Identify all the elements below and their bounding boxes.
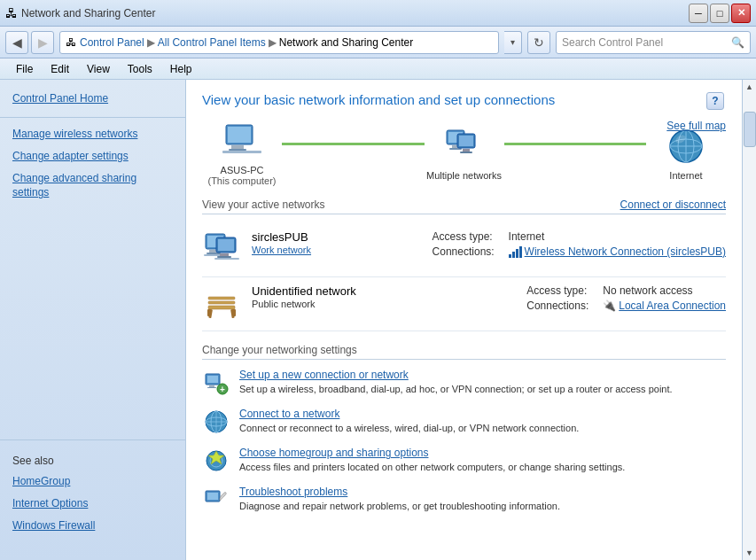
- net-node-internet: Internet: [646, 125, 726, 181]
- troubleshoot-icon: [202, 486, 230, 514]
- unidentified-access-row: Access type: No network access: [526, 284, 726, 297]
- net-line-1: [282, 143, 425, 145]
- network-card-unidentified: Unidentified network Public network Acce…: [202, 277, 726, 331]
- svg-rect-25: [218, 239, 234, 251]
- sep2: ▶: [269, 36, 277, 49]
- svg-rect-11: [463, 149, 470, 152]
- breadcrumb-bar[interactable]: 🖧 Control Panel ▶ All Control Panel Item…: [59, 31, 499, 54]
- scrollbar[interactable]: ▲ ▼: [742, 80, 756, 560]
- menu-view[interactable]: View: [80, 61, 117, 77]
- svg-rect-26: [220, 253, 229, 256]
- unidentified-conn-label: Connections:: [526, 299, 597, 312]
- sirclespub-type[interactable]: Work network: [252, 245, 311, 255]
- computer-icon: [221, 120, 263, 162]
- menu-help[interactable]: Help: [163, 61, 199, 77]
- active-networks-label: View your active networks: [202, 198, 325, 211]
- connect-disconnect-link[interactable]: Connect or disconnect: [620, 198, 726, 211]
- svg-rect-29: [208, 306, 235, 309]
- sirclespub-details: Access type: Internet Connections: Wirel…: [433, 230, 726, 261]
- unidentified-access-value: No network access: [603, 284, 692, 297]
- title-bar: 🖧 Network and Sharing Center ─ □ ✕: [0, 0, 756, 27]
- connect-network-link[interactable]: Connect to a network: [239, 408, 726, 420]
- breadcrumb-dropdown[interactable]: ▾: [504, 31, 522, 54]
- maximize-button[interactable]: □: [710, 4, 729, 23]
- search-box[interactable]: Search Control Panel 🔍: [556, 31, 751, 54]
- net-node-multiple: Multiple networks: [425, 125, 504, 181]
- menu-file[interactable]: File: [9, 61, 40, 77]
- svg-rect-39: [207, 387, 216, 388]
- new-connection-link[interactable]: Set up a new connection or network: [239, 369, 726, 381]
- sirclespub-access-row: Access type: Internet: [433, 230, 726, 243]
- sidebar-link-advanced-sharing[interactable]: Change advanced sharing settings: [0, 167, 185, 205]
- unidentified-conn-link[interactable]: Local Area Connection: [619, 299, 726, 312]
- minimize-button[interactable]: ─: [689, 4, 708, 23]
- change-settings-title: Change your networking settings: [202, 344, 726, 360]
- scroll-down-button[interactable]: ▼: [744, 546, 756, 560]
- network-diagram: ASUS-PC (This computer): [202, 120, 726, 186]
- sirclespub-conn-link[interactable]: Wireless Network Connection (sirclesPUB): [525, 245, 726, 258]
- net-line-2: [504, 143, 647, 145]
- page-title: View your basic network information and …: [202, 92, 726, 107]
- menu-bar: File Edit View Tools Help: [0, 58, 756, 80]
- scrollbar-thumb[interactable]: [744, 112, 756, 147]
- net-node-computer: ASUS-PC (This computer): [202, 120, 282, 186]
- settings-item-homegroup: Choose homegroup and sharing options Acc…: [202, 447, 726, 475]
- title-bar-buttons: ─ □ ✕: [689, 4, 751, 23]
- sirclespub-access-value: Internet: [509, 230, 545, 243]
- sep1: ▶: [147, 36, 155, 49]
- multiple-networks-label: Multiple networks: [426, 170, 502, 181]
- help-button[interactable]: ?: [706, 92, 724, 110]
- svg-rect-4: [222, 151, 261, 153]
- svg-rect-2: [231, 145, 244, 149]
- nav-buttons: ◀ ▶: [5, 31, 54, 54]
- homegroup-sharing-desc: Access files and printers located on oth…: [239, 461, 726, 474]
- menu-edit[interactable]: Edit: [43, 61, 76, 77]
- new-connection-icon: +: [202, 369, 230, 397]
- connect-network-desc: Connect or reconnect to a wireless, wire…: [239, 422, 726, 435]
- sidebar-link-windows-firewall[interactable]: Windows Firewall: [0, 515, 185, 537]
- svg-rect-30: [208, 301, 235, 304]
- breadcrumb-part1[interactable]: Control Panel: [80, 36, 144, 49]
- unidentified-access-label: Access type:: [526, 284, 597, 297]
- close-button[interactable]: ✕: [731, 4, 751, 23]
- lan-icon: 🔌: [603, 299, 616, 312]
- search-icon[interactable]: 🔍: [731, 36, 744, 49]
- unidentified-icon: [202, 284, 241, 323]
- sidebar-link-manage-wireless[interactable]: Manage wireless networks: [0, 123, 185, 145]
- svg-rect-34: [232, 309, 236, 316]
- sidebar-link-internet-options[interactable]: Internet Options: [0, 493, 185, 515]
- sidebar-link-adapter-settings[interactable]: Change adapter settings: [0, 145, 185, 167]
- new-connection-desc: Set up a wireless, broadband, dial-up, a…: [239, 383, 726, 396]
- forward-button[interactable]: ▶: [31, 31, 54, 54]
- homegroup-icon: [202, 447, 230, 475]
- sidebar-home[interactable]: Control Panel Home: [0, 89, 185, 112]
- active-networks-header: View your active networks Connect or dis…: [202, 198, 726, 214]
- sidebar-see-also-divider: [0, 439, 185, 440]
- breadcrumb-part2[interactable]: All Control Panel Items: [158, 36, 266, 49]
- svg-rect-12: [460, 152, 472, 153]
- title-bar-text: Network and Sharing Center: [21, 7, 155, 19]
- scroll-up-button[interactable]: ▲: [744, 80, 756, 94]
- svg-rect-38: [209, 385, 214, 387]
- content-area: ? View your basic network information an…: [186, 80, 742, 560]
- menu-tools[interactable]: Tools: [121, 61, 160, 77]
- svg-rect-50: [207, 493, 218, 500]
- settings-item-new-connection-text: Set up a new connection or network Set u…: [239, 369, 726, 396]
- search-placeholder: Search Control Panel: [562, 36, 663, 49]
- svg-rect-28: [214, 258, 239, 260]
- see-full-map-link[interactable]: See full map: [666, 120, 726, 132]
- troubleshoot-link[interactable]: Troubleshoot problems: [239, 486, 726, 498]
- sidebar-link-homegroup[interactable]: HomeGroup: [0, 471, 185, 493]
- homegroup-sharing-link[interactable]: Choose homegroup and sharing options: [239, 447, 726, 459]
- breadcrumb-part3: Network and Sharing Center: [279, 36, 413, 49]
- svg-rect-1: [228, 127, 251, 143]
- back-button[interactable]: ◀: [5, 31, 28, 54]
- sirclespub-icon: [202, 230, 241, 269]
- computer-label: ASUS-PC (This computer): [207, 165, 276, 186]
- settings-item-homegroup-text: Choose homegroup and sharing options Acc…: [239, 447, 726, 474]
- svg-rect-33: [207, 309, 211, 316]
- sirclespub-info: sirclesPUB Work network: [252, 230, 422, 256]
- refresh-button[interactable]: ↻: [527, 31, 550, 54]
- sirclespub-access-label: Access type:: [433, 230, 503, 243]
- signal-bars-icon: [509, 245, 522, 258]
